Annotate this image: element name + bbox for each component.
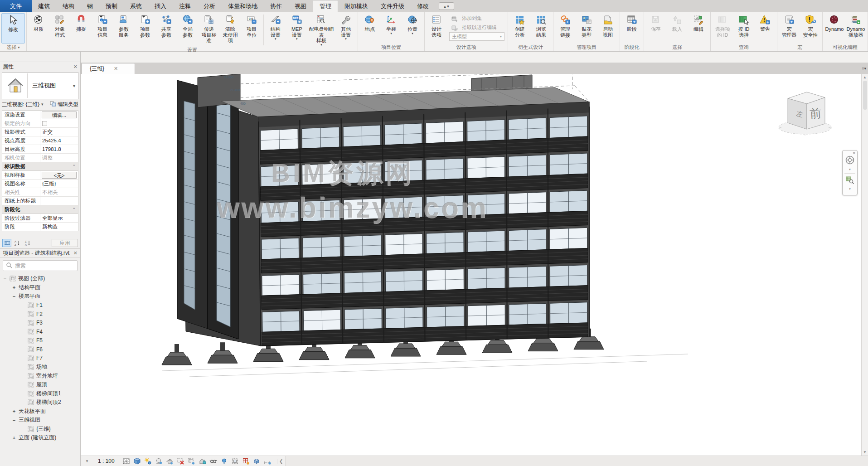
apply-button[interactable]: 应用 [52,239,78,247]
tree-item-视图全部[interactable]: −视图 (全部) [0,274,80,283]
tree-item-F4[interactable]: F4 [0,327,80,336]
scroll-left-icon[interactable]: ❮ [277,459,285,464]
sort-az-button[interactable]: AZ [13,239,22,247]
edit-type-button[interactable]: 编辑类型 [50,101,78,108]
minus-expand-icon[interactable]: − [12,417,16,423]
tree-item-F2[interactable]: F2 [0,310,80,319]
view-tab-3d[interactable]: {三维} ✕ [82,63,135,74]
ribbon-tab-插入[interactable]: 插入 [148,0,173,12]
ribbon-button-gencreate[interactable]: 创建 分析 [509,13,530,44]
ribbon-button-editsel[interactable]: 编辑 [688,13,709,44]
property-section[interactable]: 标识数据⌃ [2,162,78,171]
vertical-scrollbar[interactable]: ▲ ▼ [861,74,868,456]
crop-region-icon[interactable] [186,456,197,466]
analytical-model-icon[interactable] [241,456,252,466]
detail-level-icon[interactable] [121,456,132,466]
ribbon-button-units[interactable]: 0.0项目 单位 [241,13,262,47]
ribbon-button-managelinks[interactable]: 管理 链接 [555,13,576,44]
browser-close-icon[interactable]: ✕ [73,250,78,256]
view-tab-list-icon[interactable]: ≡▾ [862,66,866,71]
property-value[interactable]: {三维} [40,180,78,187]
tree-item-F3[interactable]: F3 [0,319,80,328]
rendering-icon[interactable] [165,456,175,466]
ribbon-button-byid[interactable]: 按 ID 选择 [733,13,754,44]
tree-item-楼层平面[interactable]: −楼层平面 [0,292,80,301]
ribbon-button-structset[interactable]: 结构 设置▾ [265,13,286,47]
collapse-icon[interactable]: ▾ [82,459,92,463]
horizontal-scrollbar[interactable] [285,456,868,466]
ribbon-button-paramsvc[interactable]: 参数 服务 [113,13,134,47]
ribbon-tab-文件升级[interactable]: 文件升级 [374,0,411,12]
scale-button[interactable]: 1 : 100 [92,458,121,464]
displacement-sets-icon[interactable] [252,456,262,466]
minus-expand-icon[interactable]: − [12,294,16,299]
property-value[interactable]: 新构造 [40,223,78,230]
ribbon-button-transfer[interactable]: 传递 项目标准 [199,13,219,47]
lock-3d-view-icon[interactable] [197,456,208,466]
property-value[interactable]: 25425.4 [40,138,78,143]
tree-item-天花板平面[interactable]: +天花板平面 [0,407,80,416]
ribbon-button-startview[interactable]: 启动 视图 [597,13,618,44]
tree-item-三维[interactable]: {三维} [0,425,80,434]
search-input[interactable] [15,262,74,269]
ribbon-tab-视图[interactable]: 视图 [288,0,313,12]
ribbon-button-otherset[interactable]: 其他 设置▾ [335,13,356,47]
tree-item-室外地坪[interactable]: 室外地坪 [0,372,80,381]
ribbon-button-purge[interactable]: 清除 未使用项 [220,13,241,47]
selection-box-icon[interactable] [230,456,241,466]
tree-item-结构平面[interactable]: +结构平面 [0,283,80,292]
ribbon-button-macrosec[interactable]: 宏 安全性 [800,13,821,44]
ribbon-button-place[interactable]: 地点 [359,13,380,44]
property-value[interactable]: 全部显示 [40,215,78,222]
property-value-button[interactable]: <无> [42,172,77,179]
property-value-button[interactable]: 编辑... [42,112,77,118]
ribbon-button-designopts[interactable]: 设计 选项 [426,13,447,44]
tree-item-F5[interactable]: F5 [0,336,80,345]
tree-item-立面建筑立面[interactable]: +立面 (建筑立面) [0,433,80,442]
type-selector[interactable]: 三维视图 ▾ [2,72,78,99]
plus-expand-icon[interactable]: + [12,435,16,441]
ribbon-tab-分析[interactable]: 分析 [197,0,222,12]
ribbon-button-dynamo[interactable]: Dynamo [824,13,845,44]
ribbon-button-macro[interactable]: 宏 管理器 [779,13,800,44]
sort-default-button[interactable] [2,239,11,247]
ribbon-button-material[interactable]: 材质 [28,13,49,47]
tree-item-屋顶[interactable]: 屋顶 [0,380,80,389]
steering-wheel-icon[interactable] [845,155,855,167]
tree-item-三维视图[interactable]: −三维视图 [0,416,80,425]
sun-path-icon[interactable] [143,456,154,466]
active-design-option-select[interactable]: 主模型▾ [449,32,504,41]
scroll-down-icon[interactable]: ▼ [863,449,867,456]
shadows-icon[interactable] [154,456,165,466]
ribbon-button-phase[interactable]: 阶段 [621,13,642,44]
properties-close-icon[interactable]: ✕ [73,64,78,70]
building-model[interactable] [81,74,861,456]
ribbon-button-genbrowse[interactable]: 浏览 结果 [531,13,552,44]
tree-item-楼梯间顶2[interactable]: 楼梯间顶2 [0,398,80,407]
ribbon-tab-注释[interactable]: 注释 [173,0,197,12]
ribbon-button-globalparam[interactable]: 全局 参数 [177,13,198,47]
navbar-close-icon[interactable]: ✕ [852,151,856,155]
ribbon-button-warning[interactable]: 警告 [755,13,776,44]
ribbon-button-panelboard[interactable]: 配电盘明细表 样板▾ [308,13,335,47]
property-value[interactable]: 17981.8 [40,146,78,152]
measure-icon[interactable] [262,456,273,466]
ribbon-button-cursor[interactable]: 修改 [1,13,25,44]
crop-view-icon[interactable] [175,456,186,466]
panel-label[interactable]: 选择▾ [0,44,26,51]
ribbon-tab-结构[interactable]: 结构 [56,0,81,12]
ribbon-button-objstyle[interactable]: 对象 样式 [49,13,70,47]
temp-hide-isolate-icon[interactable] [219,456,230,466]
scroll-up-icon[interactable]: ▲ [863,74,867,81]
tree-item-场地[interactable]: 场地 [0,363,80,372]
ribbon-button-dynplayer[interactable]: Dynamo 播放器 [845,13,866,44]
ribbon-tab-体量和场地[interactable]: 体量和场地 [222,0,264,12]
tree-item-F6[interactable]: F6 [0,345,80,354]
ribbon-tab-修改[interactable]: 修改 [411,0,435,12]
ribbon-button-mepset[interactable]: MEPMEP 设置▾ [286,13,307,47]
ribbon-tab-附加模块[interactable]: 附加模块 [338,0,374,12]
sort-za-button[interactable]: ZA [23,239,32,247]
tree-item-F7[interactable]: F7 [0,354,80,363]
ribbon-tab-预制[interactable]: 预制 [99,0,124,12]
plus-expand-icon[interactable]: + [12,408,16,414]
